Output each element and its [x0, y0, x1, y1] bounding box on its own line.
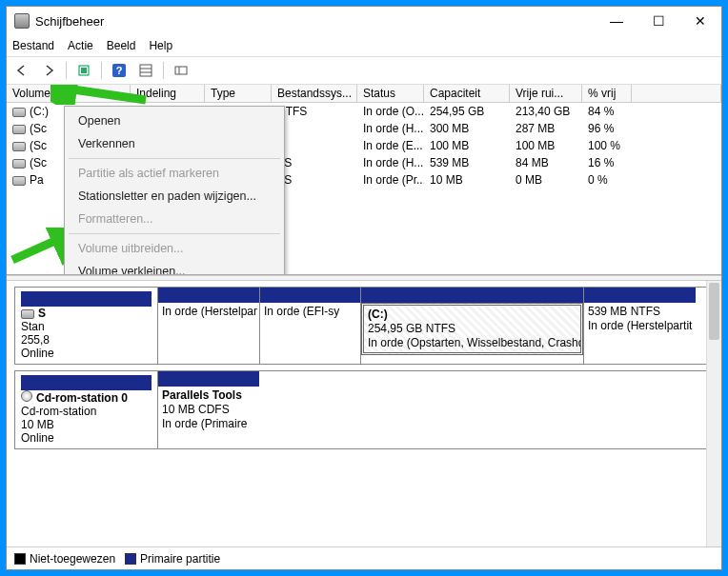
menu-item[interactable]: Verkennen [65, 132, 284, 155]
menu-item: Volume uitbreiden... [65, 237, 284, 260]
titlebar: Schijfbeheer — ☐ ✕ [7, 7, 721, 35]
context-menu: OpenenVerkennenPartitie als actief marke… [64, 106, 285, 275]
col-volume[interactable]: Volume [7, 85, 131, 102]
separator [66, 62, 67, 79]
menu-action[interactable]: Actie [68, 39, 93, 52]
menu-help[interactable]: Help [149, 39, 172, 52]
svg-rect-2 [140, 65, 152, 76]
drive-icon [12, 108, 26, 117]
drive-icon [12, 125, 26, 134]
menu-separator [69, 233, 280, 234]
window-title: Schijfbeheer [35, 14, 596, 29]
partition[interactable]: 539 MB NTFSIn orde (Herstelpartit [583, 288, 696, 364]
legend-primary: Primaire partitie [125, 552, 220, 566]
svg-line-8 [12, 235, 68, 260]
minimize-button[interactable]: — [596, 7, 637, 35]
grid-view-button[interactable] [134, 60, 157, 81]
refresh-button[interactable] [72, 60, 95, 81]
app-icon [14, 13, 30, 29]
swatch-black [14, 553, 26, 565]
menu-separator [69, 158, 280, 159]
cdrom-icon [21, 390, 32, 402]
disk-label[interactable]: SStan255,8Online [15, 288, 158, 364]
scrollbar-thumb[interactable] [709, 283, 719, 340]
drive-icon [12, 159, 26, 169]
col-pct[interactable]: % vrij [582, 85, 632, 102]
col-free[interactable]: Vrije rui... [510, 85, 582, 102]
menu-item[interactable]: Volume verkleinen... [65, 260, 284, 275]
close-button[interactable]: ✕ [679, 7, 721, 35]
svg-rect-1 [81, 68, 87, 73]
partition[interactable]: In orde (EFI-sy [259, 288, 360, 364]
menu-item[interactable]: Openen [65, 109, 284, 132]
drive-icon [12, 142, 26, 151]
menu-item: Formatteren... [65, 208, 284, 230]
toolbar: ? [7, 56, 721, 85]
menu-item: Partitie als actief markeren [65, 162, 284, 185]
separator [163, 62, 164, 79]
menu-file[interactable]: Bestand [12, 39, 54, 52]
list-view-button[interactable] [170, 60, 192, 81]
back-button[interactable] [10, 60, 33, 81]
window-buttons: — ☐ ✕ [596, 7, 721, 35]
col-type[interactable]: Type [205, 85, 272, 102]
legend: Niet-toegewezen Primaire partitie [7, 546, 721, 569]
menu-item[interactable]: Stationsletter en paden wijzigen... [65, 185, 284, 208]
maximize-button[interactable]: ☐ [637, 7, 679, 35]
legend-unallocated: Niet-toegewezen [14, 552, 115, 566]
forward-button[interactable] [37, 60, 60, 81]
menubar: Bestand Actie Beeld Help [7, 35, 721, 56]
help-button[interactable]: ? [108, 60, 131, 81]
disk-layout-pane: SStan255,8OnlineIn orde (HerstelparIn or… [7, 281, 721, 546]
disk-label[interactable]: Cd-rom-station 0Cd-rom-station10 MBOnlin… [15, 371, 158, 448]
partition[interactable]: (C:)254,95 GB NTFSIn orde (Opstarten, Wi… [360, 288, 583, 364]
separator [101, 62, 102, 79]
disk-row: SStan255,8OnlineIn orde (HerstelparIn or… [14, 287, 714, 365]
menu-view[interactable]: Beeld [107, 39, 136, 52]
partition[interactable]: In orde (Herstelpar [158, 288, 259, 364]
volume-list-pane: VolumeIndelingTypeBestandssys...StatusCa… [7, 85, 721, 275]
disk-row: Cd-rom-station 0Cd-rom-station10 MBOnlin… [14, 370, 714, 449]
col-cap[interactable]: Capaciteit [424, 85, 510, 102]
svg-rect-5 [175, 67, 187, 74]
disk-icon [21, 309, 34, 319]
drive-icon [12, 176, 26, 186]
col-layout[interactable]: Indeling [131, 85, 205, 102]
column-headers: VolumeIndelingTypeBestandssys...StatusCa… [7, 85, 721, 103]
swatch-blue [125, 553, 136, 565]
scrollbar[interactable] [706, 281, 721, 546]
app-window: Schijfbeheer — ☐ ✕ Bestand Actie Beeld H… [6, 6, 722, 570]
col-status[interactable]: Status [357, 85, 424, 102]
col-fs[interactable]: Bestandssys... [272, 85, 357, 102]
partition[interactable]: Parallels Tools10 MB CDFSIn orde (Primai… [158, 371, 259, 448]
